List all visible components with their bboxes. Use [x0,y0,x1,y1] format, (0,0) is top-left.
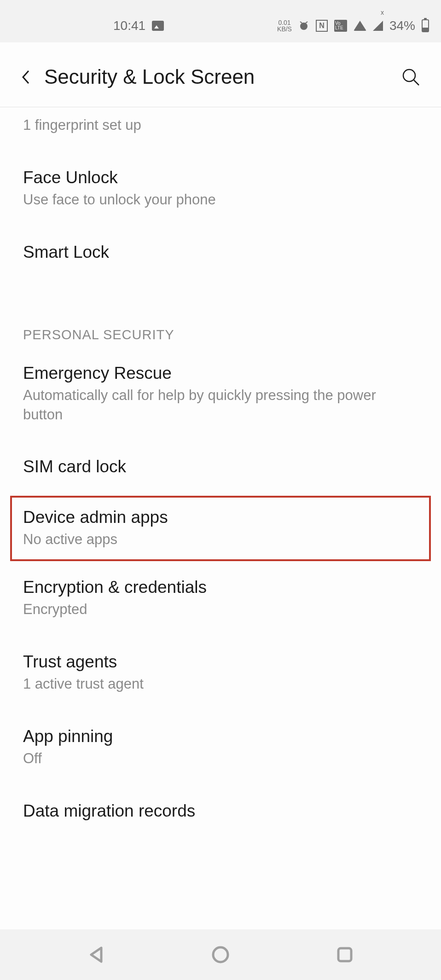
nav-home-icon[interactable] [211,945,230,964]
setting-title: Face Unlock [23,168,418,187]
svg-marker-5 [91,948,101,962]
setting-subtitle: Off [23,749,418,768]
svg-point-3 [403,70,415,81]
alarm-icon [298,20,309,31]
setting-subtitle: 1 fingerprint set up [23,116,418,135]
screenshot-icon [152,21,164,31]
svg-point-6 [213,947,228,962]
app-header: Security & Lock Screen [0,42,441,107]
back-icon[interactable] [21,70,30,85]
settings-list: 1 fingerprint set up Face Unlock Use fac… [0,107,441,929]
setting-item-face-unlock[interactable]: Face Unlock Use face to unlock your phon… [23,151,418,226]
svg-line-1 [300,22,302,23]
page-title: Security & Lock Screen [44,65,388,88]
setting-subtitle: 1 active trust agent [23,674,418,694]
nav-back-icon[interactable] [87,945,106,964]
setting-item-encryption-credentials[interactable]: Encryption & credentials Encrypted [23,561,418,636]
signal-icon [373,21,383,31]
setting-item-app-pinning[interactable]: App pinning Off [23,710,418,785]
svg-point-0 [300,23,308,30]
setting-item-sim-card-lock[interactable]: SIM card lock [23,441,418,496]
volte-icon: Vo LTE [334,20,347,32]
setting-item-emergency-rescue[interactable]: Emergency Rescue Automatically call for … [23,347,418,441]
battery-icon [422,19,429,32]
nav-bar [0,929,441,980]
setting-title: Encryption & credentials [23,578,418,597]
setting-title: App pinning [23,727,418,746]
setting-title: Data migration records [23,801,418,821]
search-icon[interactable] [401,68,420,86]
setting-title: Device admin apps [23,508,418,527]
setting-item-fingerprint[interactable]: 1 fingerprint set up [23,107,418,151]
nav-recent-icon[interactable] [335,945,354,964]
svg-rect-7 [338,948,351,961]
svg-line-4 [414,80,419,85]
nfc-icon: N [316,20,328,32]
battery-percent: 34% [389,18,415,33]
section-header-personal-security: PERSONAL SECURITY [23,281,418,347]
setting-item-device-admin-apps[interactable]: Device admin apps No active apps [10,496,431,561]
setting-subtitle: Encrypted [23,600,418,619]
setting-item-smart-lock[interactable]: Smart Lock [23,226,418,281]
svg-line-2 [306,22,308,23]
setting-item-trust-agents[interactable]: Trust agents 1 active trust agent [23,636,418,710]
setting-title: Trust agents [23,652,418,672]
setting-subtitle: Use face to unlock your phone [23,190,418,209]
status-time: 10:41 [113,18,145,33]
setting-title: SIM card lock [23,457,418,476]
setting-subtitle: No active apps [23,530,418,549]
network-speed-icon: 0.01 KB/S [277,19,292,32]
setting-title: Smart Lock [23,243,418,262]
wifi-icon [354,21,366,31]
setting-item-data-migration-records[interactable]: Data migration records [23,785,418,840]
setting-subtitle: Automatically call for help by quickly p… [23,386,418,424]
status-bar: 10:41 0.01 KB/S N Vo LTE 34% [12,14,429,42]
setting-title: Emergency Rescue [23,364,418,383]
